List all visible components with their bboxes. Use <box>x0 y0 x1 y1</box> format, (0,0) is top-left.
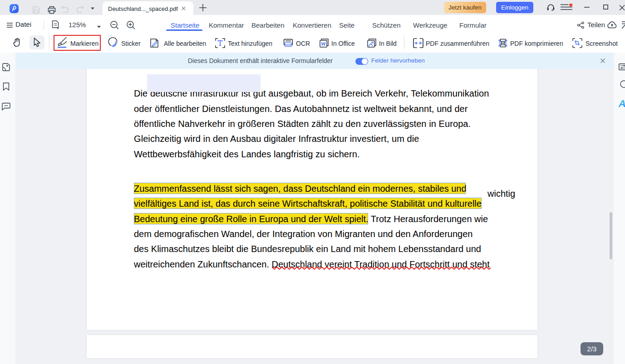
svg-text:OCR: OCR <box>285 44 291 46</box>
